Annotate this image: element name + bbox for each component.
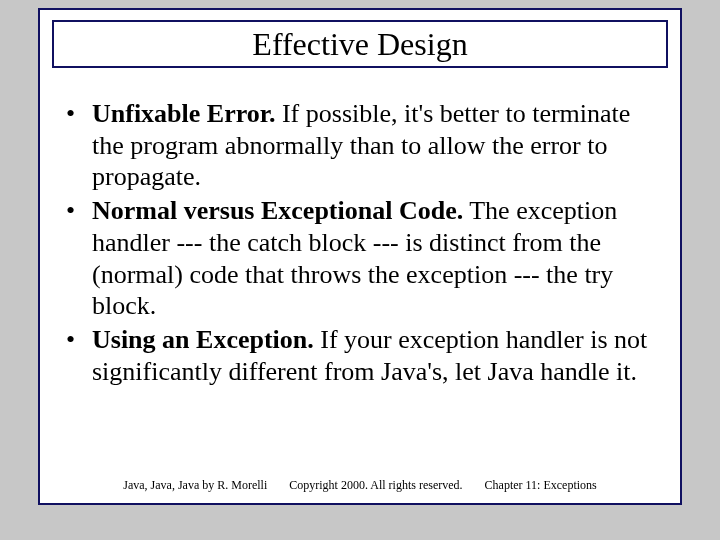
slide-title: Effective Design — [252, 26, 467, 63]
bullet-bold: Using an Exception. — [92, 325, 314, 354]
bullet-icon: • — [64, 195, 92, 227]
slide: Effective Design • Unfixable Error. If p… — [38, 8, 682, 505]
list-item: • Normal versus Exceptional Code. The ex… — [64, 195, 664, 322]
list-item: • Unfixable Error. If possible, it's bet… — [64, 98, 664, 193]
slide-footer: Java, Java, Java by R. Morelli Copyright… — [40, 478, 680, 493]
footer-left: Java, Java, Java by R. Morelli — [123, 478, 267, 493]
footer-right: Chapter 11: Exceptions — [485, 478, 597, 493]
slide-body: • Unfixable Error. If possible, it's bet… — [64, 98, 664, 389]
bullet-icon: • — [64, 324, 92, 356]
bullet-text: Unfixable Error. If possible, it's bette… — [92, 98, 664, 193]
title-box: Effective Design — [52, 20, 668, 68]
bullet-text: Normal versus Exceptional Code. The exce… — [92, 195, 664, 322]
bullet-bold: Unfixable Error. — [92, 99, 275, 128]
bullet-text: Using an Exception. If your exception ha… — [92, 324, 664, 387]
bullet-bold: Normal versus Exceptional Code. — [92, 196, 463, 225]
footer-center: Copyright 2000. All rights reserved. — [289, 478, 462, 493]
list-item: • Using an Exception. If your exception … — [64, 324, 664, 387]
bullet-icon: • — [64, 98, 92, 130]
